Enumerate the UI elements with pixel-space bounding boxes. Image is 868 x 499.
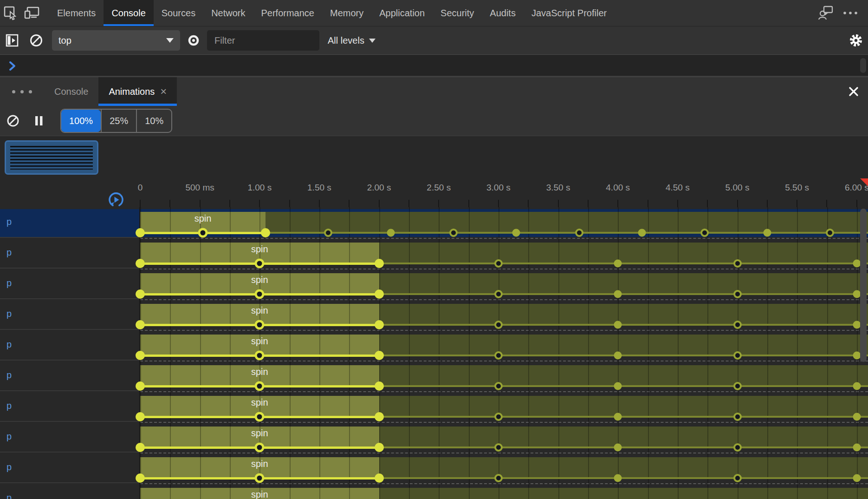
keyframe-dot[interactable] <box>136 259 145 268</box>
keyframe-dot-open[interactable] <box>733 351 742 360</box>
keyframe-dot[interactable] <box>853 382 861 390</box>
filter-input[interactable] <box>207 30 319 51</box>
keyframe-dot[interactable] <box>614 260 622 268</box>
keyframe-dot[interactable] <box>614 444 622 452</box>
keyframe-dot-open[interactable] <box>494 474 503 482</box>
keyframe-dot[interactable] <box>136 443 145 452</box>
keyframe-dot-open[interactable] <box>575 229 583 237</box>
keyframe-dot[interactable] <box>853 474 861 482</box>
keyframe-dot[interactable] <box>512 229 520 237</box>
keyframe-dot[interactable] <box>375 259 384 268</box>
gear-icon[interactable] <box>844 33 868 48</box>
node-link[interactable]: p <box>6 309 12 319</box>
keyframe-dot-open[interactable] <box>733 290 742 298</box>
drawer-tab-console[interactable]: Console <box>44 77 98 106</box>
keyframe-dot-open[interactable] <box>733 321 742 329</box>
more-tabs-icon[interactable] <box>0 77 44 106</box>
tab-memory[interactable]: Memory <box>322 0 371 26</box>
pause-icon[interactable] <box>26 115 52 126</box>
log-levels-dropdown[interactable]: All levels <box>328 35 376 46</box>
keyframe-dot[interactable] <box>853 290 861 298</box>
keyframe-dot-open[interactable] <box>255 381 265 391</box>
keyframe-dot-open[interactable] <box>733 413 742 421</box>
keyframe-dot-open[interactable] <box>255 351 265 361</box>
keyframe-dot[interactable] <box>375 412 384 421</box>
drawer-icon[interactable] <box>0 33 24 47</box>
context-selector[interactable]: top <box>52 30 180 51</box>
tab-audits[interactable]: Audits <box>482 0 524 26</box>
keyframe-dot-open[interactable] <box>494 290 503 298</box>
keyframe-dot[interactable] <box>375 381 384 391</box>
keyframe-dot[interactable] <box>614 352 622 360</box>
keyframe-dot-open[interactable] <box>733 382 742 390</box>
keyframe-dot-open[interactable] <box>494 443 503 452</box>
keyframe-dot[interactable] <box>375 320 384 329</box>
keyframe-dot-open[interactable] <box>733 259 742 268</box>
close-tab-icon[interactable]: × <box>160 86 167 97</box>
keyframe-dot-open[interactable] <box>255 259 265 269</box>
keyframe-dot-open[interactable] <box>449 229 458 237</box>
keyframe-dot[interactable] <box>853 260 861 268</box>
keyframe-dot[interactable] <box>261 228 270 237</box>
keyframe-dot[interactable] <box>136 320 145 329</box>
node-link[interactable]: p <box>6 370 12 381</box>
eye-icon[interactable] <box>180 34 207 47</box>
person-feedback-icon[interactable] <box>814 5 838 21</box>
node-link[interactable]: p <box>6 431 12 442</box>
keyframe-dot-open[interactable] <box>494 259 503 268</box>
keyframe-dot-open[interactable] <box>700 229 709 237</box>
keyframe-dot[interactable] <box>614 474 622 482</box>
keyframe-dot[interactable] <box>136 289 145 299</box>
keyframe-dot-open[interactable] <box>494 351 503 360</box>
keyframe-dot-open[interactable] <box>255 473 265 483</box>
device-toolbar-icon[interactable] <box>21 0 43 26</box>
block-icon[interactable] <box>24 33 48 47</box>
keyframe-dot-open[interactable] <box>494 321 503 329</box>
keyframe-dot-open[interactable] <box>255 443 265 453</box>
keyframe-dot-open[interactable] <box>733 443 742 452</box>
keyframe-dot-open[interactable] <box>324 229 332 237</box>
playback-rate-100-[interactable]: 100% <box>61 110 101 132</box>
tab-sources[interactable]: Sources <box>154 0 203 26</box>
keyframe-dot[interactable] <box>638 229 646 237</box>
drawer-tab-animations[interactable]: Animations× <box>98 77 177 106</box>
keyframe-dot[interactable] <box>375 289 384 299</box>
keyframe-dot[interactable] <box>614 382 622 390</box>
scrubber-marker[interactable] <box>860 178 868 186</box>
keyframe-dot-open[interactable] <box>826 229 834 237</box>
keyframe-dot[interactable] <box>375 443 384 452</box>
console-prompt[interactable] <box>0 55 868 77</box>
tab-performance[interactable]: Performance <box>253 0 323 26</box>
keyframe-dot[interactable] <box>136 228 145 237</box>
node-link[interactable]: p <box>6 217 12 227</box>
playback-rate-10-[interactable]: 10% <box>136 110 171 132</box>
keyframe-dot[interactable] <box>136 381 145 391</box>
keyframe-dot[interactable] <box>614 290 622 298</box>
keyframe-dot[interactable] <box>387 229 395 237</box>
keyframe-dot-open[interactable] <box>494 382 503 390</box>
clear-all-icon[interactable] <box>0 114 26 127</box>
node-link[interactable]: p <box>6 278 12 289</box>
close-drawer-icon[interactable] <box>839 77 868 106</box>
playback-rate-25-[interactable]: 25% <box>101 110 136 132</box>
keyframe-dot[interactable] <box>853 413 861 421</box>
tab-elements[interactable]: Elements <box>49 0 104 26</box>
keyframe-dot[interactable] <box>375 473 384 483</box>
timeline-scrollbar[interactable] <box>860 209 867 362</box>
keyframe-dot-open[interactable] <box>198 228 208 238</box>
keyframe-dot[interactable] <box>136 351 145 360</box>
keyframe-dot[interactable] <box>614 321 622 329</box>
keyframe-dot[interactable] <box>375 351 384 360</box>
node-link[interactable]: p <box>6 247 12 258</box>
tab-application[interactable]: Application <box>371 0 433 26</box>
node-link[interactable]: p <box>6 462 12 473</box>
tab-network[interactable]: Network <box>203 0 253 26</box>
node-link[interactable]: p <box>6 339 12 350</box>
keyframe-dot-open[interactable] <box>255 412 265 422</box>
keyframe-dot-open[interactable] <box>255 289 265 299</box>
animation-buffer-preview[interactable] <box>5 140 98 175</box>
keyframe-dot-open[interactable] <box>255 320 265 330</box>
node-link[interactable]: p <box>6 401 12 411</box>
keyframe-dot[interactable] <box>853 352 861 360</box>
node-link[interactable]: p <box>6 492 12 499</box>
